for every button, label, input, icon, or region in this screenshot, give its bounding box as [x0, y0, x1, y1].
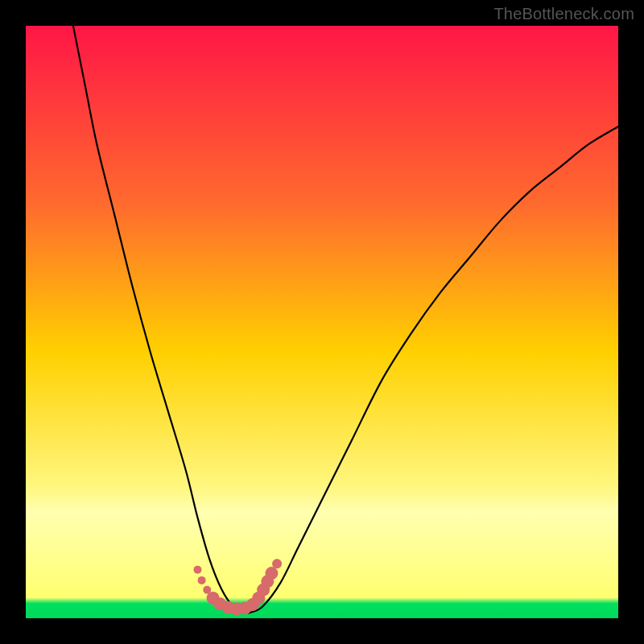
- valley-dot: [265, 567, 278, 580]
- chart-frame: TheBottleneck.com: [0, 0, 644, 644]
- valley-dot: [198, 576, 206, 584]
- valley-markers: [26, 26, 618, 618]
- watermark-text: TheBottleneck.com: [493, 5, 634, 23]
- plot-area: [26, 26, 618, 618]
- valley-dot: [193, 566, 201, 574]
- valley-dot: [272, 559, 282, 568]
